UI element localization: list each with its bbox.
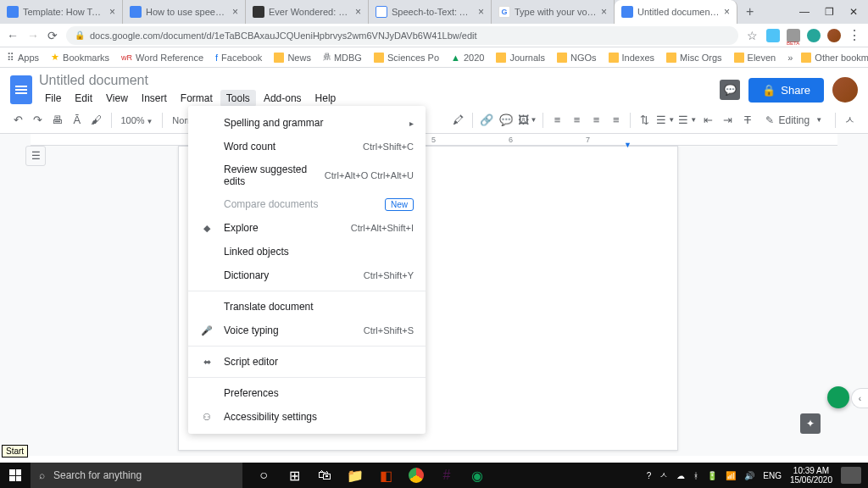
onedrive-icon[interactable]: ☁ — [676, 471, 685, 480]
clear-format-icon[interactable]: T — [739, 111, 755, 130]
reload-icon[interactable]: ⟳ — [47, 29, 58, 42]
browser-tab[interactable]: Template: How To Artic× — [0, 0, 123, 24]
wifi-icon[interactable]: 📶 — [726, 471, 736, 480]
line-spacing-icon[interactable]: ⇅ — [637, 111, 653, 130]
browser-tab[interactable]: How to use speech to t× — [123, 0, 246, 24]
bookmark-item[interactable]: NGOs — [557, 53, 597, 63]
task-view-icon[interactable]: ⊞ — [280, 463, 309, 488]
menu-script-editor[interactable]: ⬌Script editor — [188, 350, 426, 374]
editing-mode-button[interactable]: ✎Editing▼ — [759, 112, 829, 129]
chrome-icon[interactable] — [402, 463, 431, 488]
start-button[interactable] — [0, 463, 31, 488]
numbered-list-icon[interactable]: ☰▼ — [656, 111, 675, 130]
menu-review-edits[interactable]: Review suggested editsCtrl+Alt+O Ctrl+Al… — [188, 158, 426, 192]
document-title[interactable]: Untitled document — [39, 73, 713, 88]
align-left-icon[interactable]: ≡ — [549, 111, 565, 130]
bookmark-item[interactable]: fFacebook — [215, 53, 262, 63]
back-icon[interactable]: ← — [7, 29, 19, 42]
expand-icon[interactable]: ㅅ — [842, 111, 858, 130]
bookmark-item[interactable]: Journals — [496, 53, 545, 63]
bluetooth-icon[interactable]: ᚼ — [693, 471, 698, 480]
align-right-icon[interactable]: ≡ — [588, 111, 604, 130]
print-icon[interactable]: 🖶 — [49, 111, 65, 130]
highlight-icon[interactable]: 🖍 — [450, 111, 466, 130]
paint-format-icon[interactable]: 🖌 — [88, 111, 104, 130]
close-icon[interactable]: × — [355, 6, 361, 18]
office-icon[interactable]: ◧ — [371, 463, 400, 488]
close-icon[interactable]: × — [601, 6, 607, 18]
overflow-icon[interactable]: » — [787, 53, 793, 63]
language-indicator[interactable]: ENG — [763, 471, 782, 480]
side-panel-toggle-icon[interactable]: ‹ — [851, 388, 868, 408]
close-icon[interactable]: × — [724, 6, 730, 18]
bookmark-item[interactable]: Misc Orgs — [666, 53, 722, 63]
explorer-icon[interactable]: 📁 — [341, 463, 370, 488]
other-bookmarks[interactable]: Other bookmarks — [801, 53, 868, 63]
undo-icon[interactable]: ↶ — [10, 111, 26, 130]
spellcheck-icon[interactable]: Ā — [69, 111, 85, 130]
bookmark-item[interactable]: ★Bookmarks — [51, 52, 109, 63]
menu-dictionary[interactable]: DictionaryCtrl+Shift+Y — [188, 263, 426, 287]
notifications-icon[interactable] — [841, 467, 861, 484]
new-tab-button[interactable]: + — [737, 4, 762, 19]
bookmark-item[interactable]: News — [274, 53, 311, 63]
menu-icon[interactable]: ⋮ — [848, 27, 861, 43]
align-center-icon[interactable]: ≡ — [569, 111, 585, 130]
menu-edit[interactable]: Edit — [69, 90, 98, 107]
menu-spelling-grammar[interactable]: Spelling and grammar▸ — [188, 111, 426, 135]
battery-icon[interactable]: 🔋 — [707, 471, 717, 480]
minimize-icon[interactable]: — — [799, 6, 810, 18]
close-icon[interactable]: × — [232, 6, 238, 18]
horizontal-ruler[interactable]: 2 3 4 5 6 7 ▼ ▼ — [31, 134, 837, 146]
cortana-icon[interactable]: ○ — [249, 463, 278, 488]
menu-voice-typing[interactable]: 🎤Voice typingCtrl+Shift+S — [188, 319, 426, 342]
close-icon[interactable]: × — [109, 6, 115, 18]
address-bar[interactable]: 🔒 docs.google.com/document/d/1eTaBCBAxau… — [66, 26, 738, 45]
menu-addons[interactable]: Add-ons — [258, 90, 308, 107]
menu-file[interactable]: File — [39, 90, 67, 107]
browser-tab-active[interactable]: Untitled document - Go× — [615, 0, 737, 24]
menu-preferences[interactable]: Preferences — [188, 381, 426, 405]
menu-view[interactable]: View — [100, 90, 134, 107]
extension-beta-icon[interactable]: BETA — [787, 29, 800, 42]
bookmark-star-icon[interactable]: ☆ — [747, 29, 758, 42]
browser-tab[interactable]: GType with your voice - D× — [492, 0, 615, 24]
slack-icon[interactable]: # — [432, 463, 461, 488]
bookmark-item[interactable]: Eleven — [734, 53, 776, 63]
profile-avatar-icon[interactable] — [827, 29, 841, 42]
menu-help[interactable]: Help — [309, 90, 342, 107]
redo-icon[interactable]: ↷ — [30, 111, 46, 130]
menu-format[interactable]: Format — [175, 90, 219, 107]
zoom-select[interactable]: 100%▼ — [117, 115, 156, 125]
extension-icon[interactable] — [766, 29, 780, 42]
increase-indent-icon[interactable]: ⇥ — [720, 111, 736, 130]
browser-tab[interactable]: Speech-to-Text: Autom× — [369, 0, 492, 24]
menu-translate[interactable]: Translate document — [188, 295, 426, 319]
bookmark-item[interactable]: Indexes — [609, 53, 655, 63]
comment-icon[interactable]: 💬 — [498, 111, 515, 130]
comments-icon[interactable]: 💬 — [720, 80, 740, 100]
grammarly-fab-icon[interactable] — [827, 386, 849, 408]
close-window-icon[interactable]: ✕ — [849, 6, 858, 18]
tray-up-icon[interactable]: ㅅ — [659, 469, 668, 481]
extension-icon[interactable] — [807, 29, 821, 42]
menu-tools[interactable]: Tools — [220, 90, 256, 107]
decrease-indent-icon[interactable]: ⇤ — [700, 111, 716, 130]
forward-icon[interactable]: → — [27, 29, 39, 42]
bulleted-list-icon[interactable]: ☰▼ — [678, 111, 697, 130]
store-icon[interactable]: 🛍 — [310, 463, 339, 488]
bookmark-item[interactable]: wRWord Reference — [121, 53, 203, 63]
browser-tab[interactable]: Ever Wondered: How d× — [246, 0, 369, 24]
close-icon[interactable]: × — [478, 6, 484, 18]
menu-linked-objects[interactable]: Linked objects — [188, 240, 426, 263]
outline-toggle-icon[interactable]: ☰ — [25, 146, 46, 166]
image-icon[interactable]: 🖼▼ — [518, 111, 537, 130]
share-button[interactable]: 🔒Share — [748, 78, 824, 103]
indent-marker-icon[interactable]: ▼ — [624, 141, 632, 149]
maximize-icon[interactable]: ❐ — [825, 6, 834, 18]
menu-accessibility[interactable]: ⚇Accessibility settings — [188, 405, 426, 429]
bookmark-item[interactable]: ▲2020 — [451, 53, 484, 63]
link-icon[interactable]: 🔗 — [479, 111, 495, 130]
apps-button[interactable]: ⠿Apps — [7, 52, 39, 64]
menu-explore[interactable]: ◆ExploreCtrl+Alt+Shift+I — [188, 216, 426, 240]
